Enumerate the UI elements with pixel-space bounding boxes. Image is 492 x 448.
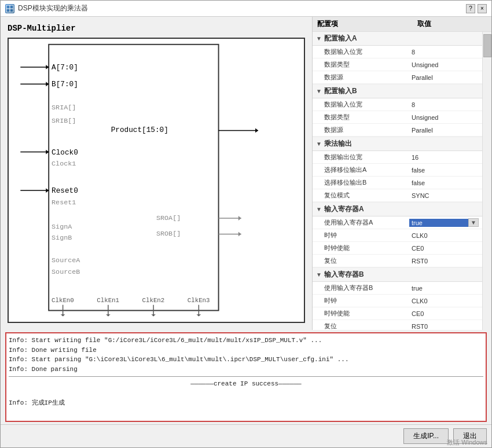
- svg-marker-29: [238, 216, 241, 221]
- prop-value-reg-a-rst: RST0: [409, 258, 479, 265]
- prop-row-out-width: 数据输出位宽 16: [313, 151, 482, 164]
- prop-row-b-source: 数据源 Parallel: [313, 124, 482, 137]
- props-scrollbar-thumb[interactable]: [483, 34, 491, 57]
- title-controls: ? ×: [466, 4, 487, 13]
- help-button[interactable]: ?: [466, 4, 475, 13]
- prop-name-reg-a-clk: 时钟: [324, 231, 409, 240]
- prop-value-a-source: Parallel: [409, 74, 479, 81]
- diagram-panel: DSP-Multiplier A[7:0] B[7:0] SRIA[]: [1, 17, 312, 330]
- svg-text:ClkEn0: ClkEn0: [52, 297, 74, 304]
- svg-text:ClkEn1: ClkEn1: [97, 297, 119, 304]
- title-bar: DSP模块实现的乘法器 ? ×: [1, 1, 491, 17]
- section-reg-a-header[interactable]: ▼ 输入寄存器A: [313, 203, 482, 216]
- props-panel: 配置项 取值 ▼ 配置输入A 数据输入位宽 8: [312, 17, 491, 330]
- props-content-wrapper: ▼ 配置输入A 数据输入位宽 8 数据类型 Unsigned 数据源: [313, 32, 491, 330]
- log-panel[interactable]: Info: Start writing file "G:/iCore3L/iCo…: [5, 332, 487, 422]
- prop-value-b-type: Unsigned: [409, 114, 479, 121]
- svg-text:Clock0: Clock0: [52, 148, 78, 157]
- prop-row-out-shiftB: 选择移位输出B false: [313, 177, 482, 189]
- svg-text:SourceB: SourceB: [52, 268, 80, 276]
- watermark: 激活 Windows: [447, 438, 487, 447]
- prop-name-out-shiftA: 选择移位输出A: [324, 166, 409, 174]
- prop-name-a-type: 数据类型: [324, 60, 409, 69]
- prop-name-out-shiftB: 选择移位输出B: [324, 178, 409, 187]
- toggle-icon-a: ▼: [316, 35, 322, 42]
- svg-marker-26: [255, 128, 258, 133]
- svg-text:Product[15:0]: Product[15:0]: [111, 126, 168, 134]
- section-label-b: 配置输入B: [324, 86, 357, 96]
- log-line-1: Info: Start writing file "G:/iCore3L/iCo…: [9, 336, 483, 346]
- prop-row-a-type: 数据类型 Unsigned: [313, 58, 482, 71]
- section-label-out: 乘法输出: [324, 139, 352, 149]
- svg-marker-32: [238, 232, 241, 236]
- prop-value-out-shiftB: false: [409, 179, 479, 186]
- prop-name-reg-b-ce: 时钟使能: [324, 309, 409, 318]
- prop-name-out-width: 数据输出位宽: [324, 153, 409, 161]
- prop-name-b-width: 数据输入位宽: [324, 100, 409, 109]
- prop-value-reg-a-ce: CE0: [409, 245, 479, 252]
- svg-text:SignA: SignA: [52, 223, 72, 231]
- prop-value-out-reset: SYNC: [409, 192, 479, 199]
- section-input-b: ▼ 配置输入B 数据输入位宽 8 数据类型 Unsigned 数据源: [313, 85, 482, 137]
- prop-name-a-width: 数据输入位宽: [324, 47, 409, 56]
- section-input-a-header[interactable]: ▼ 配置输入A: [313, 32, 482, 46]
- section-reg-a: ▼ 输入寄存器A 使用输入寄存器A true ▼ 时钟 CL: [313, 203, 482, 268]
- col-value-header: 取值: [417, 19, 487, 29]
- svg-text:SRIA[]: SRIA[]: [52, 104, 76, 112]
- section-output-header[interactable]: ▼ 乘法输出: [313, 137, 482, 151]
- title-bar-left: DSP模块实现的乘法器: [5, 3, 88, 13]
- prop-name-reg-b-use: 使用输入寄存器B: [324, 284, 409, 292]
- svg-text:SROA[]: SROA[]: [156, 214, 181, 222]
- prop-row-reg-a-rst: 复位 RST0: [313, 255, 482, 267]
- generate-button[interactable]: 生成IP...: [403, 428, 449, 444]
- section-input-a: ▼ 配置输入A 数据输入位宽 8 数据类型 Unsigned 数据源: [313, 32, 482, 85]
- svg-text:A[7:0]: A[7:0]: [52, 63, 78, 72]
- diagram-title: DSP-Multiplier: [8, 24, 305, 33]
- prop-row-b-width: 数据输入位宽 8: [313, 98, 482, 111]
- prop-row-reg-a-use: 使用输入寄存器A true ▼: [313, 216, 482, 229]
- log-line-2: Info: Done writing file: [9, 346, 483, 355]
- svg-text:Reset0: Reset0: [52, 186, 78, 195]
- section-label-reg-a: 输入寄存器A: [324, 204, 364, 214]
- svg-text:Clock1: Clock1: [52, 160, 76, 168]
- prop-row-reg-a-ce: 时钟使能 CE0: [313, 242, 482, 255]
- props-scrollbar[interactable]: [482, 32, 491, 330]
- log-line-blank: [9, 389, 483, 399]
- prop-row-a-width: 数据输入位宽 8: [313, 46, 482, 58]
- svg-text:B[7:0]: B[7:0]: [52, 80, 78, 89]
- prop-row-reg-b-ce: 时钟使能 CE0: [313, 307, 482, 320]
- section-label-a: 配置输入A: [324, 34, 357, 43]
- svg-text:ClkEn3: ClkEn3: [188, 297, 210, 304]
- prop-name-reg-a-rst: 复位: [324, 256, 409, 265]
- toggle-icon-reg-b: ▼: [316, 271, 322, 278]
- prop-value-reg-b-ce: CE0: [409, 310, 479, 317]
- dropdown-arrow-reg-a[interactable]: ▼: [468, 218, 479, 227]
- prop-select-reg-a-use[interactable]: true ▼: [409, 218, 479, 227]
- prop-value-out-width: 16: [409, 154, 479, 161]
- close-button[interactable]: ×: [478, 4, 487, 13]
- prop-name-b-source: 数据源: [324, 126, 409, 134]
- prop-value-out-shiftA: false: [409, 167, 479, 174]
- prop-name-reg-a-use: 使用输入寄存器A: [324, 218, 409, 227]
- log-line-3: Info: Start parsing "G:\iCore3L\iCore3L\…: [9, 355, 483, 365]
- prop-value-reg-a-clk: CLK0: [409, 232, 479, 239]
- prop-row-reg-b-use: 使用输入寄存器B true: [313, 282, 482, 295]
- prop-val-reg-a-use: true: [409, 219, 468, 227]
- section-input-b-header[interactable]: ▼ 配置输入B: [313, 85, 482, 98]
- prop-row-out-reset: 复位模式 SYNC: [313, 189, 482, 202]
- svg-text:Reset1: Reset1: [52, 199, 76, 207]
- prop-value-reg-b-rst: RST0: [409, 323, 479, 330]
- svg-marker-44: [196, 314, 201, 316]
- toggle-icon-b: ▼: [316, 88, 322, 94]
- diagram-box: A[7:0] B[7:0] SRIA[] SRIB[] Clock0 Clock…: [8, 38, 305, 323]
- prop-name-reg-b-clk: 时钟: [324, 296, 409, 305]
- log-line-6: Info: 完成IP生成: [9, 398, 483, 408]
- section-output: ▼ 乘法输出 数据输出位宽 16 选择移位输出A false 选择移位输出B: [313, 137, 482, 203]
- toggle-icon-out: ▼: [316, 141, 322, 147]
- svg-text:SROB[]: SROB[]: [156, 230, 181, 238]
- main-window: DSP模块实现的乘法器 ? × DSP-Multiplier A[7:0]: [0, 0, 492, 448]
- prop-row-out-shiftA: 选择移位输出A false: [313, 164, 482, 177]
- props-scroll-area[interactable]: ▼ 配置输入A 数据输入位宽 8 数据类型 Unsigned 数据源: [313, 32, 482, 330]
- section-reg-b-header[interactable]: ▼ 输入寄存器B: [313, 268, 482, 282]
- prop-name-out-reset: 复位模式: [324, 191, 409, 200]
